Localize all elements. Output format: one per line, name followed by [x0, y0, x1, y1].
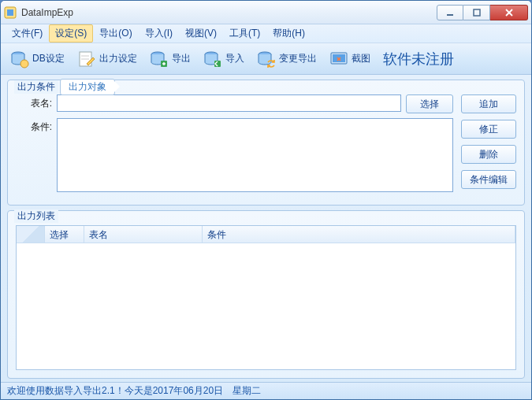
output-list-group: 出力列表 选择 表名 条件 — [7, 210, 525, 379]
list-header: 选择 表名 条件 — [17, 226, 515, 243]
col-table[interactable]: 表名 — [84, 226, 203, 243]
group-title: 出力条件 — [14, 80, 58, 94]
col-condition[interactable]: 条件 — [203, 226, 515, 243]
database-import-icon — [203, 50, 222, 69]
toolbar-change-export[interactable]: 变更导出 — [252, 47, 322, 71]
status-text: 欢迎使用数据导入导出2.1！今天是2017年06月20日 星期二 — [7, 384, 261, 398]
unregistered-label: 软件未注册 — [383, 50, 454, 69]
close-button[interactable] — [490, 5, 528, 20]
app-window: DataImpExp 文件(F) 设定(S) 导出(O) 导入(I) 视图(V)… — [0, 0, 532, 400]
svg-rect-1 — [7, 9, 13, 16]
app-icon — [4, 6, 17, 19]
menu-view[interactable]: 视图(V) — [179, 24, 223, 43]
group-title: 出力列表 — [14, 209, 58, 223]
screenshot-icon — [329, 50, 348, 69]
toolbar-label: 导入 — [225, 52, 244, 65]
output-target-tab[interactable]: 出力对象 — [60, 79, 115, 95]
toolbar: DB设定 出力设定 导出 导入 变更导出 截图 软件未注册 — [1, 43, 531, 75]
side-buttons: 追加 修正 删除 条件编辑 — [461, 94, 516, 197]
condition-label: 条件: — [16, 118, 52, 134]
database-export-icon — [150, 50, 169, 69]
toolbar-label: 出力设定 — [99, 52, 137, 65]
menu-help[interactable]: 帮助(H) — [266, 24, 311, 43]
output-list: 选择 表名 条件 — [16, 225, 516, 370]
menu-export[interactable]: 导出(O) — [93, 24, 138, 43]
list-body[interactable] — [17, 243, 515, 369]
col-select[interactable]: 选择 — [45, 226, 84, 243]
database-gear-icon — [10, 50, 29, 69]
toolbar-label: 截图 — [352, 52, 370, 65]
toolbar-screenshot[interactable]: 截图 — [325, 47, 375, 71]
menu-file[interactable]: 文件(F) — [6, 24, 49, 43]
svg-rect-3 — [474, 9, 480, 16]
menu-settings[interactable]: 设定(S) — [49, 24, 93, 43]
statusbar: 欢迎使用数据导入导出2.1！今天是2017年06月20日 星期二 — [1, 382, 531, 399]
toolbar-import[interactable]: 导入 — [199, 47, 249, 71]
titlebar[interactable]: DataImpExp — [1, 1, 531, 24]
minimize-button[interactable] — [437, 5, 463, 20]
table-name-input[interactable] — [57, 94, 401, 112]
select-button[interactable]: 选择 — [406, 94, 453, 113]
toolbar-db-settings[interactable]: DB设定 — [6, 47, 69, 71]
edit-button[interactable]: 修正 — [461, 120, 516, 139]
window-title: DataImpExp — [21, 7, 73, 18]
toolbar-output-settings[interactable]: 出力设定 — [73, 47, 142, 71]
svg-rect-2 — [447, 14, 453, 16]
toolbar-label: 导出 — [172, 52, 191, 65]
menu-tools[interactable]: 工具(T) — [223, 24, 266, 43]
menu-import[interactable]: 导入(I) — [139, 24, 179, 43]
sheet-pencil-icon — [77, 50, 96, 69]
database-change-icon — [257, 50, 276, 69]
window-buttons — [437, 5, 528, 20]
maximize-button[interactable] — [463, 5, 490, 20]
toolbar-label: 变更导出 — [279, 52, 317, 65]
output-condition-group: 出力条件 出力对象 表名: 选择 条件: 追加 修 — [7, 80, 525, 206]
add-button[interactable]: 追加 — [461, 94, 516, 113]
table-name-label: 表名: — [16, 94, 52, 110]
list-corner[interactable] — [17, 226, 45, 243]
menubar: 文件(F) 设定(S) 导出(O) 导入(I) 视图(V) 工具(T) 帮助(H… — [1, 24, 531, 43]
content-area: 出力条件 出力对象 表名: 选择 条件: 追加 修 — [1, 75, 531, 382]
toolbar-label: DB设定 — [32, 52, 65, 65]
delete-button[interactable]: 删除 — [461, 145, 516, 164]
condition-edit-button[interactable]: 条件编辑 — [461, 170, 516, 189]
svg-point-7 — [20, 60, 28, 68]
toolbar-export[interactable]: 导出 — [145, 47, 195, 71]
condition-textarea[interactable] — [57, 118, 453, 192]
